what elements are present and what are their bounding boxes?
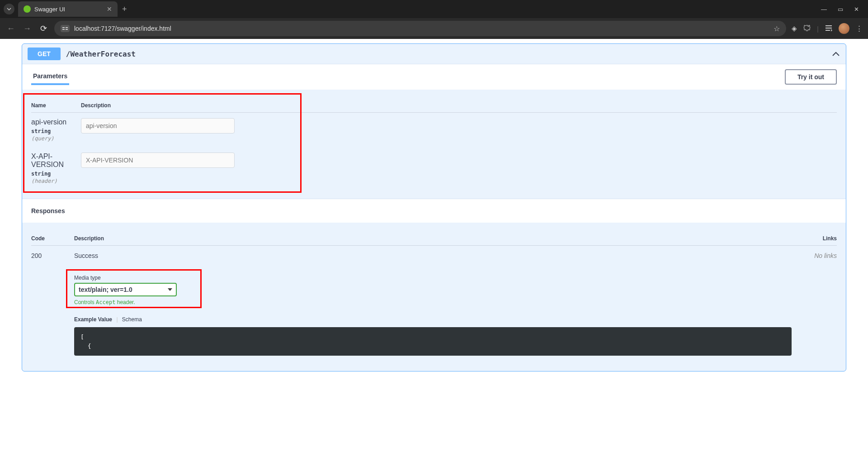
media-type-label: Media type xyxy=(74,275,792,281)
example-code-block: [ { xyxy=(74,327,792,356)
parameters-tab[interactable]: Parameters xyxy=(31,69,69,85)
operation-block: GET /WeatherForecast Parameters Try it o… xyxy=(22,43,846,372)
param-row: api-version string (query) xyxy=(31,113,837,148)
operation-path: /WeatherForecast xyxy=(66,50,136,58)
svg-rect-4 xyxy=(826,25,832,26)
page-content: GET /WeatherForecast Parameters Try it o… xyxy=(0,39,868,462)
svg-rect-0 xyxy=(62,27,65,28)
resp-col-links: Links xyxy=(792,232,837,246)
site-info-icon[interactable] xyxy=(61,25,70,32)
bookmark-star-icon[interactable]: ☆ xyxy=(774,24,780,33)
http-method-badge: GET xyxy=(28,48,61,60)
response-row: 200 Success Media type text/plain; ver=1… xyxy=(31,246,837,362)
resp-col-code: Code xyxy=(31,232,74,246)
svg-rect-6 xyxy=(826,30,830,31)
param-name: X-API-VERSION xyxy=(31,152,81,169)
tabs-dropdown-icon[interactable] xyxy=(4,4,14,14)
param-col-name: Name xyxy=(31,99,81,113)
accept-hint: Controls Accept header. xyxy=(74,299,792,305)
close-window-icon[interactable]: ✕ xyxy=(854,6,859,13)
responses-body: Code Description Links 200 Success xyxy=(22,223,846,371)
media-type-select[interactable]: text/plain; ver=1.0 xyxy=(74,283,177,296)
forward-icon: → xyxy=(22,24,33,33)
param-row: X-API-VERSION string (header) xyxy=(31,147,837,190)
url-text: localhost:7127/swagger/index.html xyxy=(74,25,774,32)
responses-header: Responses xyxy=(22,199,846,223)
chevron-up-icon[interactable] xyxy=(831,49,840,59)
maximize-icon[interactable]: ▭ xyxy=(838,6,843,13)
kebab-menu-icon[interactable]: ⋮ xyxy=(856,24,863,33)
minimize-icon[interactable]: — xyxy=(821,6,827,13)
response-links: No links xyxy=(792,246,837,362)
profile-avatar[interactable] xyxy=(839,23,849,34)
tab-title: Swagger UI xyxy=(34,6,103,13)
param-type: string xyxy=(31,171,81,177)
browser-tab[interactable]: Swagger UI ✕ xyxy=(18,1,118,17)
param-input-x-api-version[interactable] xyxy=(81,152,235,168)
param-type: string xyxy=(31,128,81,134)
tab-example-value[interactable]: Example Value xyxy=(74,316,112,323)
new-tab-icon[interactable]: + xyxy=(122,5,127,14)
close-tab-icon[interactable]: ✕ xyxy=(107,5,112,13)
param-col-description: Description xyxy=(81,99,837,113)
param-in: (query) xyxy=(31,135,81,142)
extensions-puzzle-icon[interactable] xyxy=(803,24,811,33)
parameters-body: Name Description api-version string (que… xyxy=(22,90,846,199)
svg-rect-5 xyxy=(826,28,832,29)
svg-rect-3 xyxy=(66,29,68,30)
swagger-favicon-icon xyxy=(24,5,31,13)
param-in: (header) xyxy=(31,178,81,184)
parameters-header: Parameters Try it out xyxy=(22,64,846,90)
tab-strip: Swagger UI ✕ + — ▭ ✕ xyxy=(0,0,868,18)
reload-icon[interactable]: ⟳ xyxy=(38,24,49,33)
reading-list-icon[interactable] xyxy=(825,25,832,33)
resp-col-description: Description xyxy=(74,232,792,246)
extension-generic-icon[interactable]: ◈ xyxy=(792,24,797,33)
operation-summary[interactable]: GET /WeatherForecast xyxy=(22,44,846,64)
svg-rect-2 xyxy=(66,27,68,28)
param-name: api-version xyxy=(31,118,81,126)
response-description: Success xyxy=(74,252,792,259)
address-bar[interactable]: localhost:7127/swagger/index.html ☆ xyxy=(54,21,786,36)
browser-toolbar: ← → ⟳ localhost:7127/swagger/index.html … xyxy=(0,18,868,39)
tab-schema[interactable]: Schema xyxy=(122,316,142,323)
back-icon[interactable]: ← xyxy=(5,24,16,33)
param-input-api-version[interactable] xyxy=(81,118,235,133)
response-code: 200 xyxy=(31,246,74,362)
svg-rect-1 xyxy=(62,29,65,30)
window-controls: — ▭ ✕ xyxy=(821,6,864,13)
try-it-out-button[interactable]: Try it out xyxy=(785,69,837,85)
